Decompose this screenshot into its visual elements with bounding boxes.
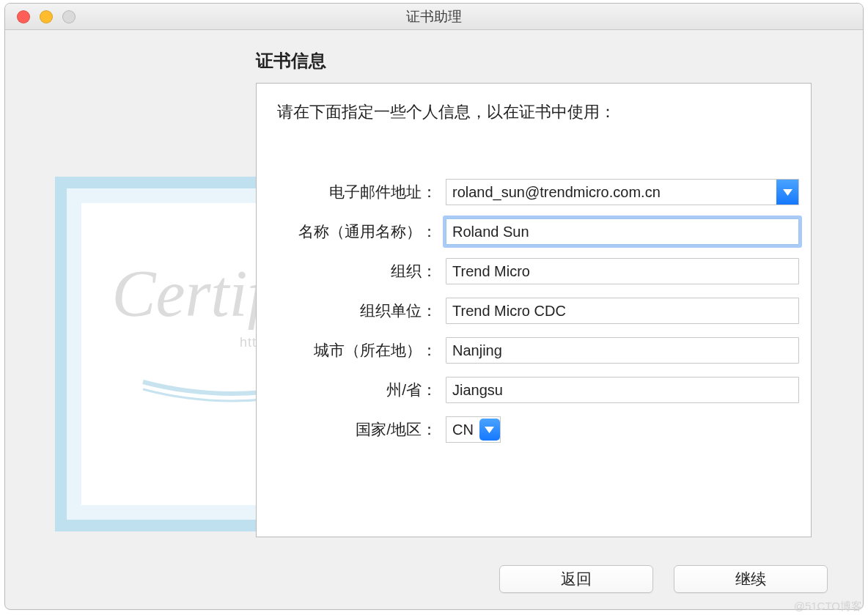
back-button[interactable]: 返回 [499,565,653,593]
maximize-icon [62,10,76,23]
row-city: 城市（所在地）： [286,337,799,364]
label-orgunit: 组织单位： [286,301,446,321]
row-email: 电子邮件地址： roland_sun@trendmicro.com.cn [286,179,799,205]
email-value: roland_sun@trendmicro.com.cn [452,184,776,201]
certificate-form: 电子邮件地址： roland_sun@trendmicro.com.cn 名称（… [286,179,799,456]
label-province: 州/省： [286,380,446,400]
panel-instruction: 请在下面指定一些个人信息，以在证书中使用： [277,101,616,123]
minimize-icon[interactable] [40,10,53,23]
close-icon[interactable] [17,10,30,23]
province-field[interactable] [446,377,799,403]
common-name-field[interactable] [446,218,799,245]
window-frame: 证书助理 Certificate http://blog.csdn.net/ 证… [4,3,864,610]
label-org: 组织： [286,261,446,281]
source-watermark: @51CTO博客 [794,600,862,614]
row-org: 组织： [286,258,799,284]
row-province: 州/省： [286,377,799,403]
email-combobox[interactable]: roland_sun@trendmicro.com.cn [446,179,799,205]
row-country: 国家/地区： CN [286,416,799,443]
label-country: 国家/地区： [286,419,446,440]
continue-button[interactable]: 继续 [674,565,828,593]
section-title: 证书信息 [256,49,326,73]
chevron-down-icon[interactable] [479,419,500,441]
country-value: CN [452,421,474,438]
window-controls [17,10,76,23]
label-name: 名称（通用名称）： [286,221,446,242]
window-title: 证书助理 [5,7,863,26]
org-unit-field[interactable] [446,298,799,324]
chevron-down-icon[interactable] [776,180,798,205]
row-name: 名称（通用名称）： [286,218,799,245]
svg-marker-5 [485,427,494,433]
footer-buttons: 返回 继续 [499,565,828,593]
country-select[interactable]: CN [446,416,501,443]
city-field[interactable] [446,337,799,364]
label-city: 城市（所在地）： [286,340,446,361]
row-orgunit: 组织单位： [286,298,799,324]
titlebar: 证书助理 [5,4,863,30]
label-email: 电子邮件地址： [286,182,446,202]
content-area: Certificate http://blog.csdn.net/ 证书信息 请… [5,30,863,609]
svg-marker-4 [783,189,792,196]
organization-field[interactable] [446,258,799,284]
form-panel: 请在下面指定一些个人信息，以在证书中使用： 电子邮件地址： roland_sun… [256,83,812,537]
